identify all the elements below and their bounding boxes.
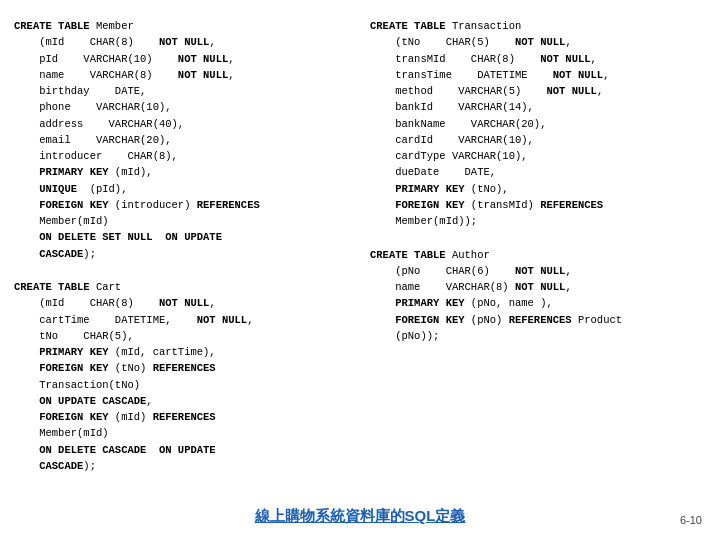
page-number: 6-10 xyxy=(680,514,702,526)
footer-title: 線上購物系統資料庫的SQL定義 xyxy=(255,507,466,526)
create-table-cart: CREATE TABLE Cart (mId CHAR(8) NOT NULL,… xyxy=(14,279,350,474)
create-table-member: CREATE TABLE Member (mId CHAR(8) NOT NUL… xyxy=(14,18,350,262)
main-content: CREATE TABLE Member (mId CHAR(8) NOT NUL… xyxy=(0,0,720,490)
left-column: CREATE TABLE Member (mId CHAR(8) NOT NUL… xyxy=(14,18,350,480)
create-table-transaction: CREATE TABLE Transaction (tNo CHAR(5) NO… xyxy=(370,18,706,229)
footer: 線上購物系統資料庫的SQL定義 xyxy=(0,507,720,526)
right-column: CREATE TABLE Transaction (tNo CHAR(5) NO… xyxy=(370,18,706,480)
create-table-author: CREATE TABLE Author (pNo CHAR(6) NOT NUL… xyxy=(370,247,706,345)
